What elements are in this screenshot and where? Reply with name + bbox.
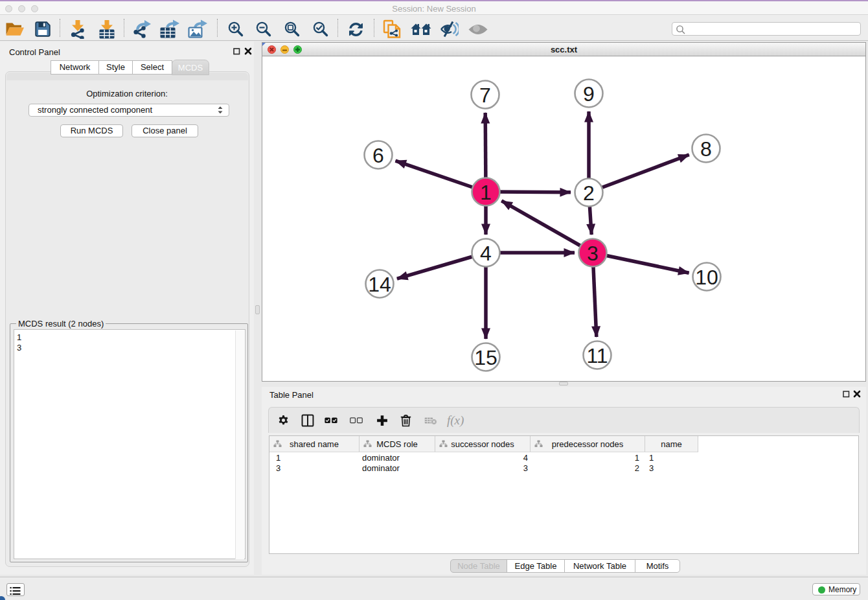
svg-text:3: 3 <box>587 242 599 265</box>
svg-text:14: 14 <box>368 273 391 296</box>
svg-text:9: 9 <box>583 82 595 106</box>
svg-text:15: 15 <box>474 346 497 369</box>
svg-text:4: 4 <box>480 242 492 265</box>
svg-text:8: 8 <box>700 137 712 161</box>
svg-text:1: 1 <box>480 181 492 204</box>
svg-text:7: 7 <box>479 84 491 107</box>
svg-text:6: 6 <box>372 144 384 167</box>
svg-text:11: 11 <box>586 344 608 367</box>
svg-text:2: 2 <box>583 181 595 205</box>
svg-text:10: 10 <box>695 266 718 289</box>
